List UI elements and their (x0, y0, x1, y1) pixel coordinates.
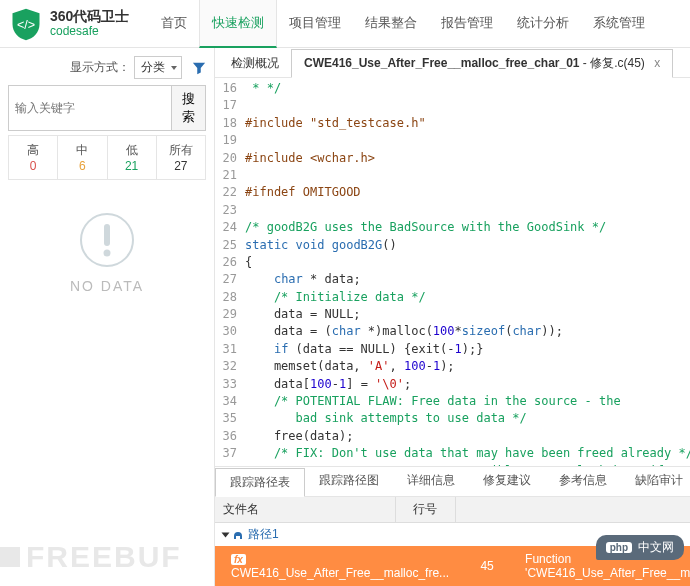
tab-overview[interactable]: 检测概况 (219, 50, 291, 77)
display-mode-select[interactable]: 分类 (134, 56, 182, 79)
exclamation-icon (77, 210, 137, 270)
nav-system[interactable]: 系统管理 (581, 0, 657, 48)
brand-cn: 360代码卫士 (50, 9, 129, 24)
expand-icon (222, 532, 230, 537)
nav-quick-scan[interactable]: 快速检测 (199, 0, 277, 48)
nav-report[interactable]: 报告管理 (429, 0, 505, 48)
count-high[interactable]: 高0 (9, 136, 58, 179)
count-medium[interactable]: 中6 (58, 136, 107, 179)
left-panel: 显示方式： 分类 搜索 高0 中6 低21 所有27 NO DATA (0, 48, 215, 586)
no-data-placeholder: NO DATA (8, 180, 206, 578)
tab-close-icon[interactable]: x (654, 56, 660, 70)
code-editor[interactable]: 16 * */1718#include "std_testcase.h"1920… (215, 78, 690, 466)
no-data-text: NO DATA (70, 278, 144, 294)
footer-badge: php中文网 (596, 535, 684, 560)
tab-file[interactable]: CWE416_Use_After_Free__malloc_free_char_… (291, 49, 673, 78)
nav-project[interactable]: 项目管理 (277, 0, 353, 48)
brand-en: codesafe (50, 25, 129, 38)
fx-badge-icon: fx (231, 554, 246, 565)
search-input[interactable] (8, 85, 172, 131)
severity-counts: 高0 中6 低21 所有27 (8, 135, 206, 180)
svg-text:</>: </> (17, 17, 35, 31)
nav-home[interactable]: 首页 (149, 0, 199, 48)
path-label: 路径1 (248, 526, 279, 543)
shield-icon: </> (8, 6, 44, 42)
file-tabs: 检测概况 CWE416_Use_After_Free__malloc_free_… (215, 48, 690, 78)
svg-point-3 (104, 250, 111, 257)
display-mode-label: 显示方式： (70, 59, 130, 76)
btab-suggest[interactable]: 修复建议 (469, 467, 545, 496)
count-all[interactable]: 所有27 (157, 136, 205, 179)
btab-path-table[interactable]: 跟踪路径表 (215, 468, 305, 497)
headphones-icon (232, 529, 244, 541)
filter-icon[interactable] (192, 61, 206, 75)
main-nav: 首页 快速检测 项目管理 结果整合 报告管理 统计分析 系统管理 (149, 0, 657, 48)
col-rest (456, 497, 690, 522)
btab-ref[interactable]: 参考信息 (545, 467, 621, 496)
col-line: 行号 (396, 497, 456, 522)
search-button[interactable]: 搜索 (172, 85, 206, 131)
svg-rect-2 (104, 224, 110, 246)
top-bar: </> 360代码卫士 codesafe 首页 快速检测 项目管理 结果整合 报… (0, 0, 690, 48)
path-table-header: 文件名 行号 (215, 497, 690, 523)
logo: </> 360代码卫士 codesafe (8, 6, 129, 42)
count-low[interactable]: 低21 (108, 136, 157, 179)
bottom-panel: 跟踪路径表 跟踪路径图 详细信息 修复建议 参考信息 缺陷审计 文件名 行号 路… (215, 466, 690, 586)
right-panel: 检测概况 CWE416_Use_After_Free__malloc_free_… (215, 48, 690, 586)
btab-path-graph[interactable]: 跟踪路径图 (305, 467, 393, 496)
btab-audit[interactable]: 缺陷审计 (621, 467, 690, 496)
btab-detail[interactable]: 详细信息 (393, 467, 469, 496)
col-filename: 文件名 (215, 497, 396, 522)
nav-stats[interactable]: 统计分析 (505, 0, 581, 48)
nav-result[interactable]: 结果整合 (353, 0, 429, 48)
